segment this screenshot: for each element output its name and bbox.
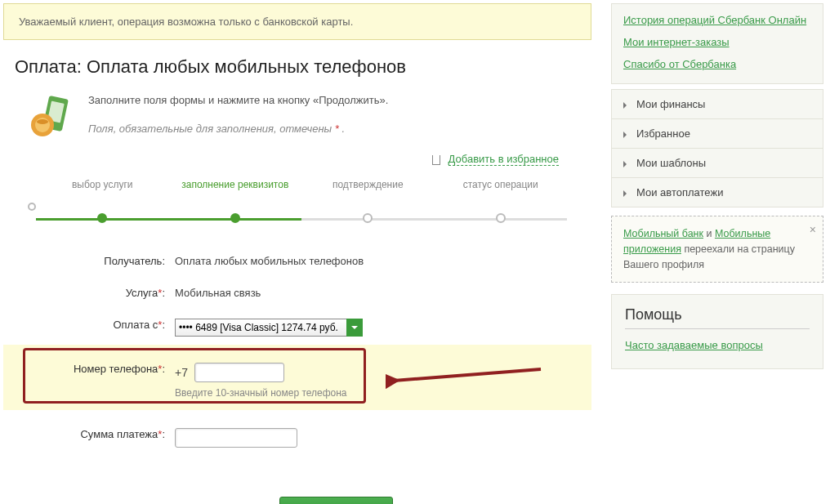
add-favorite-link[interactable]: Добавить в избранное [449,153,559,166]
progress-stepper: выбор услуги заполнение реквизитов подтв… [3,185,591,211]
sidebar-accordion: Мои финансы Избранное Мои шаблоны Мои ав… [611,89,823,207]
amount-label: Сумма платежа [80,428,158,440]
sidebar-info-note: × Мобильный банк и Мобильные приложения … [611,216,823,283]
sidebar-panel-finance[interactable]: Мои финансы [612,90,823,118]
notice-text: Уважаемый клиент, операция возможна толь… [19,16,353,28]
payment-card-select[interactable]: •••• 6489 [Visa Classic] 1274.74 руб. [175,319,363,337]
service-label: Услуга [126,287,158,299]
sidebar-panel-templates[interactable]: Мои шаблоны [612,148,823,177]
help-title: Помощь [625,306,810,329]
chevron-right-icon [623,102,630,109]
intro-line1: Заполните поля формы и нажмите на кнопку… [88,94,388,106]
sidebar-panel-autopay[interactable]: Мои автоплатежи [612,177,823,207]
sidebar-panel-favorites[interactable]: Избранное [612,118,823,148]
intro-line2a: Поля, обязательные для заполнения, отмеч… [88,123,335,135]
amount-input[interactable] [175,428,297,448]
step-2: заполнение реквизитов [169,192,302,203]
chevron-right-icon [623,132,630,138]
card-label: Оплата с [113,319,158,331]
step-4: статус операции [435,192,568,203]
chevron-right-icon [623,190,630,197]
svg-point-4 [37,119,48,124]
sidebar-link-orders[interactable]: Мои интернет-заказы [623,31,811,53]
required-asterisk: * [158,287,162,299]
continue-button[interactable]: Продолжить [279,497,393,504]
recipient-value: Оплата любых мобильных телефонов [175,252,591,267]
phone-prefix: +7 [175,366,188,379]
recipient-label: Получатель: [3,252,175,267]
phone-label: Номер телефона [74,363,158,375]
notice-banner: Уважаемый клиент, операция возможна толь… [3,3,591,40]
faq-link[interactable]: Часто задаваемые вопросы [625,339,763,351]
mobile-bank-link[interactable]: Мобильный банк [623,228,703,239]
step-1: выбор услуги [36,192,169,203]
phone-hint: Введите 10-значный номер телефона [175,387,591,399]
intro-line2b: . [339,123,345,135]
step-3: подтверждение [301,192,435,203]
sidebar-link-spasibo[interactable]: Спасибо от Сбербанка [623,53,811,75]
sidebar-help: Помощь Часто задаваемые вопросы [611,294,823,369]
service-value: Мобильная связь [175,283,591,299]
required-asterisk: * [158,363,162,375]
payment-card-icon [28,92,77,141]
sidebar-quick-links: История операций Сбербанк Онлайн Мои инт… [611,3,823,84]
close-icon[interactable]: × [810,221,816,239]
bookmark-icon [432,155,440,165]
chevron-right-icon [623,161,630,167]
page-title: Оплата: Оплата любых мобильных телефонов [3,56,591,78]
stepper-start-dot [28,203,36,211]
intro-block: Заполните поля формы и нажмите на кнопку… [3,92,591,141]
phone-input[interactable] [194,363,284,382]
required-asterisk: * [158,319,162,331]
sidebar-link-history[interactable]: История операций Сбербанк Онлайн [623,9,811,31]
required-asterisk: * [158,428,162,440]
